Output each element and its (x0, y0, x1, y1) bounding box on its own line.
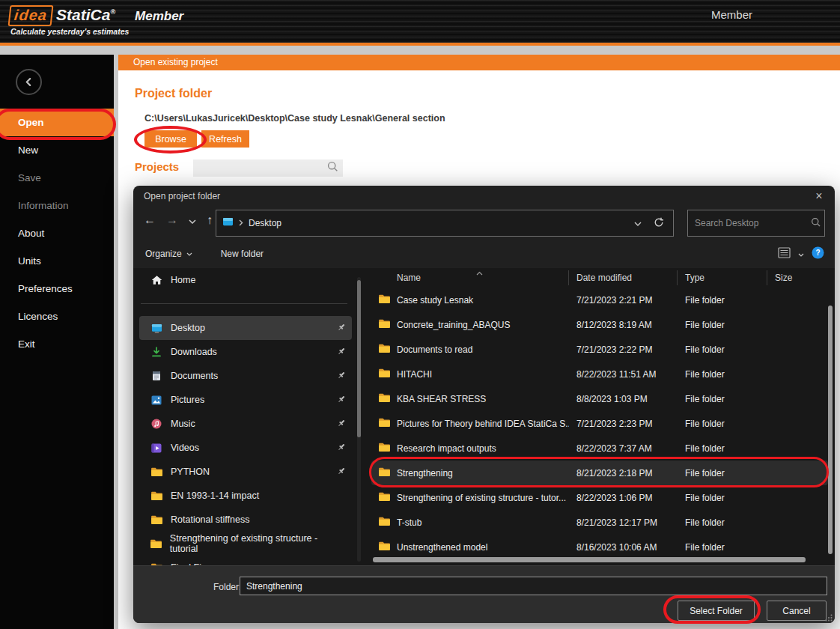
refresh-icon[interactable] (654, 217, 664, 230)
app-window: idea StatiCa® Member Calculate yesterday… (0, 0, 840, 629)
page-title-banner: Open existing project (118, 55, 840, 70)
file-list-horizontal-scrollbar[interactable] (373, 557, 822, 562)
address-dropdown-icon[interactable] (634, 218, 642, 228)
tree-item-documents[interactable]: Documents (139, 364, 352, 388)
tree-item-en-1993-1-14-impact[interactable]: EN 1993-1-14 impact (139, 484, 352, 508)
folder-icon (379, 294, 390, 306)
dialog-footer: Folder: Select Folder Cancel (133, 565, 835, 623)
project-folder-heading: Project folder (135, 87, 212, 100)
dialog-toolbar: Organize New folder ? (133, 240, 835, 268)
projects-search-input[interactable] (193, 159, 327, 177)
close-icon[interactable]: × (811, 188, 827, 204)
tree-scrollbar[interactable] (357, 277, 361, 562)
file-row-research-impact-outputs[interactable]: Research impact outputs 8/22/2023 7:37 A… (371, 436, 828, 461)
folder-icon (150, 539, 162, 548)
tree-item-desktop[interactable]: Desktop (139, 316, 352, 340)
pin-icon (337, 371, 346, 382)
breadcrumb-chevron-icon (239, 218, 243, 228)
new-folder-button[interactable]: New folder (221, 249, 264, 259)
downloads-icon (150, 347, 163, 357)
tree-item-pictures[interactable]: Pictures (139, 388, 352, 412)
folder-icon (379, 541, 390, 553)
app-logo: idea StatiCa® Member (9, 5, 183, 26)
cancel-button[interactable]: Cancel (767, 601, 827, 621)
chevron-left-icon (25, 78, 33, 86)
file-row-kba-shear-stress[interactable]: KBA SHEAR STRESS 8/8/2023 1:03 PM File f… (371, 386, 828, 411)
folder-icon (150, 491, 163, 500)
view-dropdown-icon[interactable] (798, 249, 804, 259)
folder-icon (379, 492, 390, 503)
column-header-size[interactable]: Size (767, 270, 828, 285)
file-row-case-study-lesnak[interactable]: Case study Lesnak 7/21/2023 2:21 PM File… (371, 288, 828, 312)
refresh-button[interactable]: Refresh (201, 130, 249, 148)
nav-forward-icon[interactable]: → (166, 214, 178, 226)
pin-icon (337, 323, 346, 334)
app-header: idea StatiCa® Member Calculate yesterday… (0, 0, 840, 43)
tree-item-home[interactable]: Home (139, 268, 352, 292)
dialog-search-input[interactable] (695, 218, 811, 228)
nav-tree: Home Desktop Downloads Documents (139, 268, 352, 565)
documents-icon (150, 371, 163, 381)
help-icon[interactable]: ? (812, 246, 824, 261)
back-button[interactable] (16, 69, 42, 95)
file-row-hitachi[interactable]: HITACHI 8/22/2023 11:51 AM File folder (371, 362, 828, 386)
dialog-titlebar[interactable]: Open project folder × (133, 186, 835, 207)
breadcrumb-desktop[interactable]: Desktop (249, 218, 281, 228)
sidebar-item-information[interactable]: Information (0, 192, 114, 219)
file-list-vertical-thumb[interactable] (828, 306, 833, 554)
select-folder-button[interactable]: Select Folder (678, 601, 755, 621)
tree-item-python[interactable]: PYTHON (139, 460, 352, 484)
tree-item-rotational-stiffness[interactable]: Rotational stiffness (139, 508, 352, 532)
sidebar-item-exit[interactable]: Exit (0, 330, 114, 358)
column-header-name[interactable]: Name (371, 270, 569, 285)
file-list-vertical-scrollbar[interactable] (828, 268, 833, 565)
videos-icon (150, 443, 163, 453)
folder-label: Folder: (213, 582, 241, 592)
pin-icon (337, 419, 346, 430)
folder-name-input[interactable] (240, 577, 827, 595)
tree-item-downloads[interactable]: Downloads (139, 340, 352, 364)
column-header-type[interactable]: Type (678, 270, 767, 285)
tree-item-final-fi[interactable]: Final Fi (139, 556, 352, 565)
sidebar-item-licences[interactable]: Licences (0, 303, 114, 330)
open-project-folder-dialog: Open project folder × ← → ↑ Desktop (133, 186, 835, 623)
file-row-strengthening-of-existing-structure-tuto[interactable]: Strengthening of existing structure - tu… (371, 485, 828, 510)
file-row-concrete-training-abaqus[interactable]: Concrete_training_ABAQUS 8/12/2023 8:19 … (371, 312, 828, 337)
file-row-unstrengthened-model[interactable]: Unstrengthened model 8/16/2023 10:06 AM … (371, 535, 828, 559)
sidebar-item-new[interactable]: New (0, 136, 114, 164)
file-row-pictures-for-theory-behind-idea-statica-[interactable]: Pictures for Theory behind IDEA StatiCa … (371, 411, 828, 436)
organize-button[interactable]: Organize (145, 249, 192, 259)
file-row-t-stub[interactable]: T-stub 8/21/2023 12:17 PM File folder (371, 510, 828, 535)
file-list-horizontal-thumb[interactable] (373, 557, 806, 562)
tree-item-music[interactable]: Music (139, 412, 352, 436)
sidebar-item-units[interactable]: Units (0, 247, 114, 275)
tree-item-strengthening-of-existing-structure-tuto[interactable]: Strengthening of existing structure - tu… (139, 532, 352, 556)
module-title: Member (135, 9, 183, 24)
folder-icon (379, 368, 390, 380)
view-details-icon[interactable] (778, 247, 791, 261)
resize-grip[interactable] (825, 613, 833, 621)
file-row-strengthening[interactable]: Strengthening 8/21/2023 2:18 PM File fol… (371, 461, 828, 485)
file-row-documents-to-read[interactable]: Documents to read 7/21/2023 2:22 PM File… (371, 337, 828, 362)
folder-icon (379, 517, 390, 528)
search-icon (327, 161, 338, 175)
browse-button[interactable]: Browse (144, 130, 197, 148)
nav-back-icon[interactable]: ← (144, 214, 156, 226)
sidebar-item-save[interactable]: Save (0, 164, 114, 192)
sidebar-item-preferences[interactable]: Preferences (0, 275, 114, 303)
sidebar-item-about[interactable]: About (0, 219, 114, 247)
address-bar[interactable]: Desktop (216, 210, 674, 237)
folder-icon (379, 319, 390, 330)
music-icon (150, 419, 163, 429)
nav-up-icon[interactable]: ↑ (207, 214, 213, 226)
sidebar-item-open[interactable]: Open (0, 109, 114, 136)
sidebar-menu: Open New Save Information About Units Pr… (0, 109, 114, 358)
file-list-header: Name Date modified Type Size (371, 268, 828, 288)
nav-recent-dropdown-icon[interactable] (189, 213, 196, 226)
column-header-date[interactable]: Date modified (569, 270, 678, 285)
tree-scrollbar-thumb[interactable] (357, 280, 361, 437)
tree-item-videos[interactable]: Videos (139, 436, 352, 460)
idea-logo: idea (8, 5, 54, 26)
pictures-icon (150, 395, 163, 405)
folder-icon (379, 443, 390, 454)
